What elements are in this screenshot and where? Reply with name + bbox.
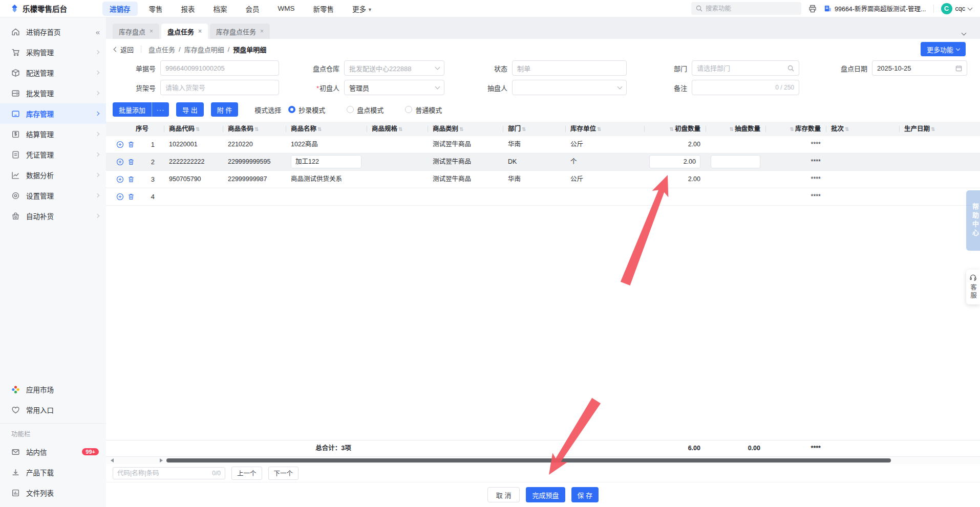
cell-first-qty[interactable]: 2.00 bbox=[644, 136, 706, 153]
scroll-left-arrow[interactable] bbox=[111, 458, 114, 462]
table-row-selected[interactable]: 2 2222222222 229999999595 加工122 测试翌牛商品 D… bbox=[106, 153, 980, 171]
col-code[interactable]: 商品代码⇅ bbox=[164, 122, 223, 136]
breadcrumb-item[interactable]: 盘点任务 bbox=[148, 45, 175, 54]
first-counter-select[interactable]: 管理员 bbox=[344, 80, 444, 95]
sample-qty-edit-input[interactable] bbox=[711, 155, 760, 168]
tab-count-task[interactable]: 盘点任务× bbox=[161, 24, 208, 39]
tab-inventory-count[interactable]: 库存盘点× bbox=[113, 24, 159, 39]
nav-item-dangan[interactable]: 档案 bbox=[206, 2, 235, 16]
add-row-icon[interactable] bbox=[116, 141, 124, 148]
sidebar-item-replenish[interactable]: 自动补货 bbox=[0, 206, 106, 226]
sort-icon[interactable]: ⇅ bbox=[522, 126, 526, 132]
search-input[interactable] bbox=[706, 5, 787, 12]
quick-find-input[interactable] bbox=[117, 470, 212, 477]
customer-service-widget[interactable]: 客服 bbox=[966, 270, 980, 304]
sidebar-item-inventory[interactable]: 库存管理 bbox=[0, 103, 106, 124]
prev-button[interactable]: 上一个 bbox=[231, 467, 262, 480]
batch-add-more-button[interactable]: ··· bbox=[152, 102, 169, 117]
sidebar-item-settings[interactable]: 设置管理 bbox=[0, 185, 106, 206]
sidebar-item-home[interactable]: 进销存首页 « bbox=[0, 21, 106, 42]
quick-find-field[interactable]: 0/0 bbox=[113, 467, 225, 479]
col-category[interactable]: 商品类别⇅ bbox=[428, 122, 503, 136]
nav-item-huiyuan[interactable]: 会员 bbox=[239, 2, 267, 16]
user-menu[interactable]: C cqc bbox=[941, 3, 972, 14]
date-field[interactable] bbox=[872, 60, 967, 76]
dept-field[interactable] bbox=[692, 60, 799, 76]
cell-sample-qty[interactable] bbox=[706, 171, 765, 188]
add-row-icon[interactable] bbox=[116, 158, 124, 166]
name-edit-input[interactable]: 加工122 bbox=[291, 155, 361, 168]
cell-first-qty[interactable]: 2.00 bbox=[644, 171, 706, 188]
delete-row-icon[interactable] bbox=[127, 141, 135, 148]
nav-item-wms[interactable]: WMS bbox=[271, 3, 302, 14]
radio-copy-mode[interactable]: 抄录模式 bbox=[288, 105, 325, 115]
delete-row-icon[interactable] bbox=[127, 193, 135, 201]
sort-icon[interactable]: ⇅ bbox=[317, 126, 322, 132]
first-qty-edit-input[interactable]: 2.00 bbox=[649, 155, 700, 168]
close-icon[interactable]: × bbox=[260, 28, 264, 35]
breadcrumb-item[interactable]: 库存盘点明细 bbox=[184, 45, 224, 54]
tabbar-collapse-icon[interactable] bbox=[962, 31, 967, 36]
sidebar-item-files[interactable]: 文件列表 bbox=[0, 482, 106, 503]
sort-icon[interactable]: ⇅ bbox=[398, 126, 402, 132]
help-center-widget[interactable]: 帮助中心 bbox=[966, 190, 980, 251]
app-logo[interactable]: 乐檬零售后台 bbox=[0, 3, 102, 14]
sort-icon[interactable]: ⇅ bbox=[459, 126, 463, 132]
sidebar-item-purchase[interactable]: 采购管理 bbox=[0, 42, 106, 62]
radio-normal-mode[interactable]: 普通模式 bbox=[405, 105, 442, 115]
sort-icon[interactable]: ⇅ bbox=[931, 126, 935, 132]
add-row-icon[interactable] bbox=[116, 193, 124, 201]
sidebar-item-wholesale[interactable]: 批发管理 bbox=[0, 83, 106, 103]
add-row-icon[interactable] bbox=[116, 175, 124, 183]
col-sample-qty[interactable]: ⇅抽盘数量 bbox=[706, 122, 765, 136]
sidebar-item-downloads[interactable]: 产品下载 bbox=[0, 462, 106, 482]
delete-row-icon[interactable] bbox=[127, 175, 135, 183]
tab-inventory-count-task[interactable]: 库存盘点任务× bbox=[210, 24, 270, 39]
sort-icon[interactable]: ⇅ bbox=[597, 126, 601, 132]
back-button[interactable]: 返回 bbox=[114, 45, 134, 54]
collapse-sidebar-icon[interactable]: « bbox=[96, 28, 99, 36]
sort-icon[interactable]: ⇅ bbox=[670, 126, 674, 132]
sidebar-item-messages[interactable]: 站内信 99+ bbox=[0, 442, 106, 462]
table-row[interactable]: 1 10220001 2210220 1022商品 测试翌牛商品 华南 公斤 2… bbox=[106, 136, 980, 153]
warehouse-select[interactable]: 批发配送中心222888 bbox=[344, 60, 444, 76]
next-button[interactable]: 下一个 bbox=[268, 467, 299, 480]
table-row[interactable]: 4 **** bbox=[106, 188, 980, 206]
col-barcode[interactable]: 商品条码⇅ bbox=[223, 122, 286, 136]
finish-precount-button[interactable]: 完成预盘 bbox=[526, 487, 565, 502]
shelf-field[interactable] bbox=[160, 80, 279, 95]
sample-counter-select[interactable] bbox=[512, 80, 627, 95]
delete-row-icon[interactable] bbox=[127, 158, 135, 166]
sort-icon[interactable]: ⇅ bbox=[730, 126, 734, 132]
sort-icon[interactable]: ⇅ bbox=[254, 126, 259, 132]
more-functions-button[interactable]: 更多功能 bbox=[921, 42, 966, 56]
sidebar-item-analytics[interactable]: 数据分析 bbox=[0, 165, 106, 185]
nav-item-xinlingshou[interactable]: 新零售 bbox=[306, 2, 342, 16]
close-icon[interactable]: × bbox=[198, 28, 202, 35]
attachment-button[interactable]: 附 件 bbox=[211, 102, 239, 117]
cancel-button[interactable]: 取 消 bbox=[487, 487, 520, 502]
cell-first-qty[interactable] bbox=[644, 188, 706, 205]
scrollbar-thumb[interactable] bbox=[166, 458, 891, 462]
sort-icon[interactable]: ⇅ bbox=[790, 126, 794, 132]
col-prod-date[interactable]: 生产日期⇅ bbox=[899, 122, 980, 136]
radio-count-mode[interactable]: 盘点模式 bbox=[347, 105, 384, 115]
nav-item-lingshou[interactable]: 零售 bbox=[142, 2, 170, 16]
col-spec[interactable]: 商品规格⇅ bbox=[367, 122, 428, 136]
nav-item-more[interactable]: 更多▼ bbox=[345, 2, 379, 16]
company-switcher[interactable]: 99664-新界面商超版测试-管理... bbox=[824, 4, 926, 13]
scroll-right-arrow[interactable] bbox=[160, 458, 163, 462]
close-icon[interactable]: × bbox=[150, 28, 153, 35]
cell-sample-qty[interactable] bbox=[706, 188, 765, 205]
sidebar-item-app-market[interactable]: 应用市场 bbox=[0, 379, 106, 400]
col-stock-qty[interactable]: ⇅库存数量 bbox=[765, 122, 826, 136]
col-seq[interactable]: 序号 bbox=[106, 122, 164, 136]
remark-field[interactable]: 0 / 250 bbox=[692, 80, 799, 95]
export-button[interactable]: 导 出 bbox=[176, 102, 204, 117]
sidebar-item-delivery[interactable]: 配送管理 bbox=[0, 62, 106, 83]
col-first-qty[interactable]: ⇅初盘数量 bbox=[644, 122, 706, 136]
col-dept[interactable]: 部门⇅ bbox=[503, 122, 565, 136]
table-row[interactable]: 3 950705790 22999999987 商品测试供货关系 测试翌牛商品 … bbox=[106, 171, 980, 188]
col-batch[interactable]: 批次⇅ bbox=[826, 122, 899, 136]
col-unit[interactable]: 库存单位⇅ bbox=[565, 122, 644, 136]
